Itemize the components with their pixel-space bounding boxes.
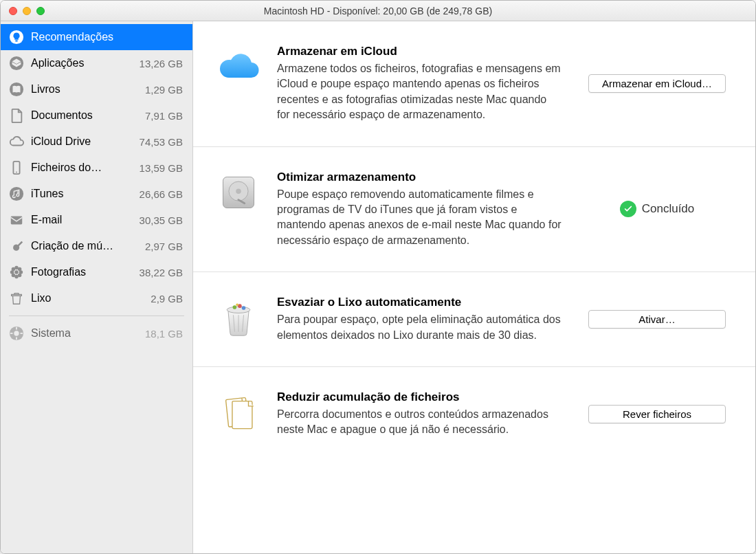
sidebar-item-label: iCloud Drive [31,135,133,148]
sidebar-item-size: 13,26 GB [140,58,183,69]
sidebar-item-label: Recomendações [31,31,183,43]
svg-point-14 [18,267,22,272]
recommendation-text: Esvaziar o Lixo automaticamentePara poup… [277,296,562,343]
zoom-window-button[interactable] [36,7,45,15]
titlebar[interactable]: Macintosh HD - Disponível: 20,00 GB (de … [1,1,755,21]
svg-point-15 [12,274,16,278]
sidebar-item-cloud[interactable]: iCloud Drive74,53 GB [1,129,192,155]
recommendation-text: Armazenar em iCloudArmazene todos os fic… [277,45,562,123]
sidebar-item-size: 74,53 GB [140,136,183,148]
close-window-button[interactable] [9,7,17,15]
sidebar-item-trash[interactable]: Lixo2,9 GB [1,285,192,311]
sidebar-item-label: Livros [31,83,138,96]
trash-full-icon [216,296,260,340]
app-icon [9,56,24,71]
svg-point-13 [12,267,16,272]
window-controls [9,7,45,15]
svg-point-16 [18,274,22,278]
sidebar-item-book[interactable]: Livros1,29 GB [1,76,192,102]
sidebar-item-size: 7,91 GB [145,110,183,122]
sidebar-item-label: Documentos [31,109,138,122]
sidebar-item-label: Fotografias [31,266,133,278]
recommendation-title: Reduzir acumulação de ficheiros [277,390,562,404]
sidebar-item-size: 18,1 GB [145,328,183,340]
recommendation-trash-full: Esvaziar o Lixo automaticamentePara poup… [193,272,755,367]
svg-point-33 [242,306,246,310]
sidebar-item-label: E-mail [31,214,133,226]
sidebar-item-size: 1,29 GB [145,84,183,96]
recommendation-description: Poupe espaço removendo automaticamente f… [277,187,562,249]
window-body: RecomendaçõesAplicações13,26 GBLivros1,2… [1,21,755,553]
recommendation-status: Concluído [620,201,695,217]
sidebar-item-doc[interactable]: Documentos7,91 GB [1,102,192,129]
phone-icon [9,160,24,175]
sidebar-item-size: 30,35 GB [140,214,183,226]
svg-rect-7 [11,217,23,225]
content-pane: Armazenar em iCloudArmazene todos os fic… [193,21,755,553]
sidebar-item-guitar[interactable]: Criação de mú…2,97 GB [1,233,192,259]
recommendation-action: Rever ficheiros [578,405,736,423]
sidebar-item-label: Criação de mú… [31,240,138,252]
envelope-icon [9,212,24,228]
svg-point-18 [14,331,19,335]
recommendation-title: Otimizar armazenamento [277,170,562,184]
sidebar-divider [9,315,184,316]
recommendation-text: Otimizar armazenamentoPoupe espaço remov… [277,170,562,249]
recommendation-action: Ativar… [578,310,736,329]
sidebar-item-lightbulb[interactable]: Recomendações [1,24,192,50]
cloud-icon [9,134,24,149]
sidebar-item-size: 13,59 GB [140,162,183,174]
hdd-icon [216,170,260,214]
recommendation-hdd: Otimizar armazenamentoPoupe espaço remov… [193,147,755,273]
sidebar-item-size: 2,9 GB [151,293,183,304]
recommendation-button[interactable]: Ativar… [588,310,726,329]
svg-point-34 [236,304,238,307]
minimize-window-button[interactable] [23,7,31,15]
sidebar-item-gear[interactable]: Sistema18,1 GB [1,320,192,346]
svg-point-5 [16,172,17,173]
sidebar-item-flower[interactable]: Fotografias38,22 GB [1,259,192,285]
recommendation-action: Armazenar em iCloud… [578,74,736,93]
sidebar-item-label: Lixo [31,292,144,304]
check-icon [620,201,636,217]
sidebar-item-size: 38,22 GB [140,267,183,278]
trash-icon [9,291,24,306]
sidebar: RecomendaçõesAplicações13,26 GBLivros1,2… [1,21,193,553]
recommendation-action: Concluído [578,201,736,217]
sidebar-item-label: Ficheiros do… [31,162,133,174]
recommendation-icloud: Armazenar em iCloudArmazene todos os fic… [193,21,755,147]
sidebar-item-music-note[interactable]: iTunes26,66 GB [1,181,192,207]
book-icon [9,82,24,97]
docs-icon [216,390,260,434]
window-title: Macintosh HD - Disponível: 20,00 GB (de … [1,5,755,16]
svg-point-8 [14,270,19,274]
sidebar-item-envelope[interactable]: E-mail30,35 GB [1,207,192,233]
svg-point-31 [233,305,237,309]
recommendation-button[interactable]: Rever ficheiros [588,405,726,423]
svg-point-30 [227,307,250,313]
storage-management-window: Macintosh HD - Disponível: 20,00 GB (de … [0,0,756,554]
sidebar-item-label: iTunes [31,188,133,200]
svg-point-25 [236,188,241,194]
recommendation-text: Reduzir acumulação de ficheirosPercorra … [277,390,562,438]
recommendation-docs: Reduzir acumulação de ficheirosPercorra … [193,367,755,461]
recommendation-status-label: Concluído [642,202,695,216]
recommendation-description: Para poupar espaço, opte pela eliminação… [277,312,562,343]
sidebar-item-phone[interactable]: Ficheiros do…13,59 GB [1,155,192,181]
recommendation-title: Esvaziar o Lixo automaticamente [277,296,562,309]
sidebar-item-app[interactable]: Aplicações13,26 GB [1,50,192,76]
lightbulb-icon [9,30,24,45]
gear-icon [9,326,24,341]
flower-icon [9,265,24,280]
recommendation-description: Percorra documentos e outros conteúdos a… [277,407,562,438]
guitar-icon [9,239,24,254]
doc-icon [9,108,24,123]
sidebar-item-label: Aplicações [31,57,133,69]
icloud-icon [216,45,260,89]
recommendation-title: Armazenar em iCloud [277,45,562,58]
recommendation-button[interactable]: Armazenar em iCloud… [588,74,726,93]
sidebar-item-label: Sistema [31,327,138,340]
music-note-icon [9,186,24,201]
sidebar-item-size: 26,66 GB [140,188,183,200]
recommendation-description: Armazene todos os ficheiros, fotografias… [277,61,562,123]
